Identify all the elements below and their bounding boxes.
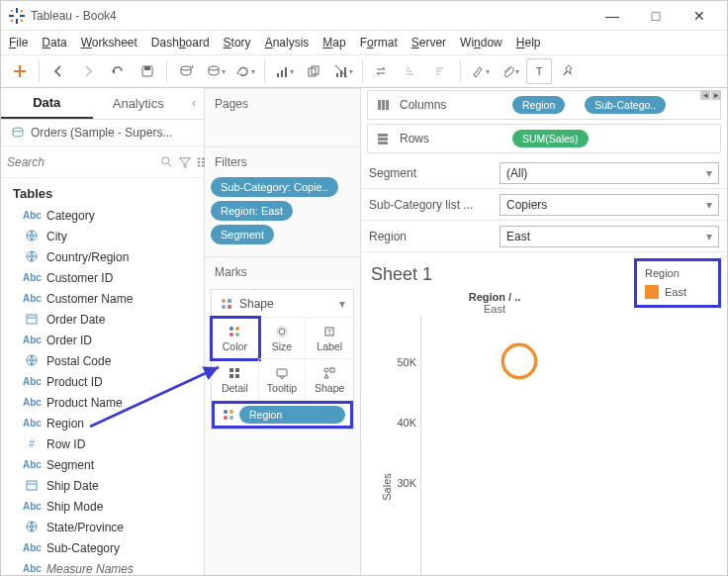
- filter-dropdown[interactable]: Copiers▾: [500, 194, 719, 216]
- chevron-down-icon: ▾: [706, 198, 712, 212]
- svg-line-32: [168, 163, 172, 167]
- datasource-row[interactable]: Orders (Sample - Supers...: [1, 120, 204, 147]
- field-order-date[interactable]: Order Date: [1, 309, 204, 330]
- field-label: Ship Date: [46, 479, 99, 493]
- menu-file[interactable]: File: [9, 36, 28, 49]
- scroll-left-icon[interactable]: ◂: [700, 90, 710, 100]
- field-sub-category[interactable]: AbcSub-Category: [1, 537, 204, 558]
- clear-sheet-button[interactable]: ▾: [330, 58, 356, 84]
- search-icon[interactable]: [160, 151, 174, 173]
- duplicate-sheet-button[interactable]: [301, 58, 326, 84]
- field-order-id[interactable]: AbcOrder ID: [1, 330, 204, 350]
- new-sheet-button[interactable]: ▾: [271, 58, 297, 84]
- col-pill-region[interactable]: Region: [512, 96, 565, 114]
- filter-pill[interactable]: Sub-Category: Copie..: [211, 177, 338, 197]
- size-icon: [275, 325, 289, 338]
- save-button[interactable]: [135, 58, 160, 84]
- legend-box[interactable]: Region East: [634, 258, 721, 308]
- filter-dropdown[interactable]: (All)▾: [500, 162, 719, 184]
- filter-icon[interactable]: [178, 151, 192, 173]
- marks-color-button[interactable]: Color: [212, 318, 259, 359]
- menu-map[interactable]: Map: [322, 36, 345, 49]
- svg-rect-69: [330, 368, 334, 372]
- highlight-button[interactable]: ▾: [467, 58, 493, 84]
- legend-item-east[interactable]: East: [645, 285, 710, 299]
- row-pill-sales[interactable]: SUM(Sales): [512, 130, 589, 147]
- marks-shape-button[interactable]: Shape: [306, 359, 353, 401]
- collapse-pane-icon[interactable]: ‹: [184, 88, 204, 119]
- undo-button[interactable]: [105, 58, 131, 84]
- filters-shelf-title: Filters: [205, 147, 360, 175]
- tab-data[interactable]: Data: [1, 88, 93, 119]
- marks-size-button[interactable]: Size: [259, 318, 307, 359]
- mark-type-dropdown[interactable]: Shape ▾: [212, 290, 353, 318]
- hash-icon: #: [23, 438, 41, 449]
- field-category[interactable]: AbcCategory: [1, 205, 204, 226]
- field-label: Customer Name: [46, 292, 133, 306]
- marks-tooltip-button[interactable]: Tooltip: [259, 359, 307, 401]
- field-customer-id[interactable]: AbcCustomer ID: [1, 267, 204, 288]
- menu-worksheet[interactable]: Worksheet: [81, 36, 137, 49]
- sort-desc-button[interactable]: [428, 58, 454, 84]
- menu-server[interactable]: Server: [411, 36, 446, 49]
- tableau-icon[interactable]: [7, 58, 33, 84]
- svg-rect-4: [11, 10, 13, 12]
- field-postal-code[interactable]: Postal Code: [1, 350, 204, 371]
- menu-help[interactable]: Help: [516, 36, 541, 49]
- col-pill-subcat[interactable]: Sub-Catego..: [585, 96, 666, 114]
- abc-icon: Abc: [23, 418, 41, 429]
- field-state-province[interactable]: State/Province: [1, 517, 204, 537]
- marks-region-pill-row[interactable]: Region: [214, 403, 351, 427]
- marks-pill-region[interactable]: Region: [239, 406, 345, 424]
- new-datasource-button[interactable]: +: [173, 58, 199, 84]
- field-city[interactable]: City: [1, 226, 204, 246]
- chart-datapoint[interactable]: [502, 344, 535, 377]
- field-customer-name[interactable]: AbcCustomer Name: [1, 288, 204, 309]
- svg-rect-2: [9, 15, 14, 17]
- filter-label: Region: [369, 230, 492, 243]
- rows-icon: [374, 130, 392, 147]
- menu-dashboard[interactable]: Dashboard: [151, 36, 210, 49]
- maximize-button[interactable]: □: [636, 4, 676, 28]
- svg-point-51: [222, 299, 226, 303]
- menu-analysis[interactable]: Analysis: [265, 36, 310, 49]
- filter-pill[interactable]: Segment: [211, 225, 274, 244]
- attach-button[interactable]: ▾: [497, 58, 522, 84]
- back-button[interactable]: [46, 58, 71, 84]
- filter-dropdown[interactable]: East▾: [500, 226, 719, 247]
- field-product-name[interactable]: AbcProduct Name: [1, 392, 204, 413]
- field-row-id[interactable]: #Row ID: [1, 433, 204, 454]
- y-tick: 30K: [397, 477, 416, 489]
- field-product-id[interactable]: AbcProduct ID: [1, 371, 204, 392]
- forward-button[interactable]: [75, 58, 101, 84]
- minimize-button[interactable]: —: [592, 4, 632, 28]
- menu-format[interactable]: Format: [360, 36, 398, 49]
- field-ship-date[interactable]: Ship Date: [1, 475, 204, 496]
- scroll-right-icon[interactable]: ▸: [711, 90, 721, 100]
- search-input[interactable]: [7, 151, 156, 173]
- refresh-button[interactable]: ▾: [232, 58, 258, 84]
- svg-rect-54: [228, 305, 231, 309]
- close-button[interactable]: ✕: [680, 4, 719, 28]
- menu-story[interactable]: Story: [224, 36, 251, 49]
- field-region[interactable]: AbcRegion: [1, 413, 204, 433]
- text-button[interactable]: T: [526, 58, 552, 84]
- field-ship-mode[interactable]: AbcShip Mode: [1, 496, 204, 517]
- filter-value: East: [506, 230, 530, 243]
- svg-point-30: [13, 128, 23, 132]
- field-country-region[interactable]: Country/Region: [1, 246, 204, 267]
- marks-label-button[interactable]: TLabel: [306, 318, 353, 359]
- color-dots-icon: [220, 408, 237, 422]
- pin-button[interactable]: [556, 58, 582, 84]
- menu-window[interactable]: Window: [460, 36, 502, 49]
- field-measure-names[interactable]: AbcMeasure Names: [1, 558, 204, 575]
- pause-updates-button[interactable]: ▾: [203, 58, 228, 84]
- marks-detail-button[interactable]: Detail: [212, 359, 259, 401]
- tab-analytics[interactable]: Analytics: [93, 88, 185, 119]
- field-segment[interactable]: AbcSegment: [1, 454, 204, 475]
- sort-asc-button[interactable]: [399, 58, 424, 84]
- menu-data[interactable]: Data: [42, 36, 66, 49]
- swap-button[interactable]: [369, 58, 395, 84]
- filter-pill[interactable]: Region: East: [211, 201, 293, 221]
- svg-rect-33: [198, 157, 201, 159]
